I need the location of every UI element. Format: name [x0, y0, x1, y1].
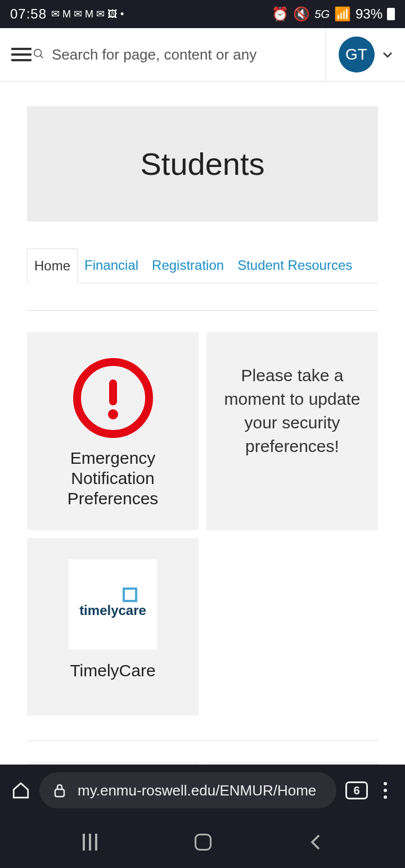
alarm-icon: ⏰	[272, 6, 289, 22]
battery-percent: 93%	[356, 6, 382, 22]
page-hero: Students	[27, 106, 378, 221]
svg-rect-5	[55, 789, 64, 797]
chevron-down-icon	[382, 51, 393, 58]
browser-bar: my.enmu-roswell.edu/ENMUR/Home 6	[0, 765, 405, 816]
card-timelycare[interactable]: timelycare TimelyCare	[27, 538, 199, 716]
timelycare-logo: timelycare	[69, 559, 157, 649]
nav-recent-button[interactable]	[83, 834, 97, 851]
menu-search-button[interactable]	[11, 43, 45, 66]
nav-back-button[interactable]	[309, 834, 322, 851]
notification-icons: ✉ M ✉ M ✉ 🖼 •	[51, 8, 124, 20]
card-security-message[interactable]: Please take a moment to update your secu…	[206, 332, 378, 530]
tab-registration[interactable]: Registration	[145, 248, 231, 283]
tabs: Home Financial Registration Student Reso…	[27, 248, 378, 283]
status-time: 07:58	[10, 6, 47, 22]
svg-point-0	[34, 49, 42, 57]
battery-icon	[387, 8, 395, 20]
android-status-bar: 07:58 ✉ M ✉ M ✉ 🖼 • ⏰ 🔇 5G 📶 93%	[0, 0, 405, 28]
tab-student-resources[interactable]: Student Resources	[231, 248, 359, 283]
security-message-text: Please take a moment to update your secu…	[215, 354, 369, 458]
divider-2	[27, 740, 378, 741]
card-emergency[interactable]: Emergency Notification Preferences	[27, 332, 199, 530]
svg-rect-3	[109, 379, 117, 405]
tab-count[interactable]: 6	[345, 781, 368, 799]
home-icon[interactable]	[11, 781, 30, 800]
svg-point-4	[108, 409, 118, 419]
alert-icon	[71, 354, 155, 442]
signal-icon: 📶	[334, 6, 351, 22]
android-nav-bar	[0, 816, 405, 868]
page-title: Students	[140, 146, 264, 182]
card-emergency-title: Emergency Notification Preferences	[36, 448, 190, 509]
network-icon: 5G	[314, 8, 330, 21]
mute-icon: 🔇	[293, 6, 310, 22]
tab-home[interactable]: Home	[27, 248, 78, 283]
search-input[interactable]: Search for page, content or any	[52, 46, 256, 64]
browser-menu-icon[interactable]	[377, 782, 394, 799]
tab-financial[interactable]: Financial	[78, 248, 145, 283]
app-header: Search for page, content or any GT	[0, 28, 405, 82]
hamburger-icon	[11, 48, 32, 61]
search-icon	[33, 48, 45, 60]
url-bar[interactable]: my.enmu-roswell.edu/ENMUR/Home	[39, 772, 336, 808]
lock-icon	[53, 783, 66, 798]
user-menu[interactable]: GT	[325, 28, 405, 81]
url-text: my.enmu-roswell.edu/ENMUR/Home	[78, 782, 316, 799]
nav-home-button[interactable]	[195, 834, 212, 851]
svg-line-1	[40, 56, 43, 58]
card-timelycare-title: TimelyCare	[70, 661, 155, 681]
avatar: GT	[339, 37, 375, 73]
divider	[27, 310, 378, 311]
